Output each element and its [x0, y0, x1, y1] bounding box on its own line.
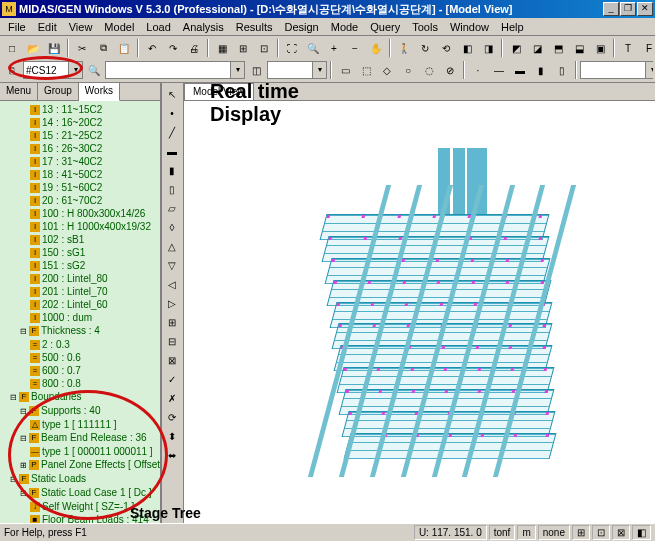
open-icon[interactable]: 📂	[23, 38, 43, 58]
status-snap-mode[interactable]: none	[538, 525, 570, 540]
line-tool-icon[interactable]: ╱	[163, 123, 181, 141]
status-toggle[interactable]: ⊠	[612, 525, 630, 540]
menu-mode[interactable]: Mode	[325, 20, 365, 34]
zoom-fit-icon[interactable]: ⛶	[282, 38, 302, 58]
left-tab-works[interactable]: Works	[79, 83, 120, 101]
view-icon[interactable]: F	[639, 38, 653, 58]
menu-load[interactable]: Load	[140, 20, 176, 34]
tool-icon[interactable]: ⊞	[163, 313, 181, 331]
display-icon[interactable]: ⬒	[548, 38, 568, 58]
menu-design[interactable]: Design	[278, 20, 324, 34]
zoom-in-icon[interactable]: +	[324, 38, 344, 58]
tool-icon[interactable]: ⊠	[163, 351, 181, 369]
select-icon[interactable]: ⊘	[440, 60, 460, 80]
tree-item[interactable]: FSupports : 40	[2, 404, 158, 418]
tree-item[interactable]: I200 : Lintel_80	[2, 272, 158, 285]
tree-item[interactable]: I102 : sB1	[2, 233, 158, 246]
select-icon[interactable]: ◌	[419, 60, 439, 80]
menu-file[interactable]: File	[2, 20, 32, 34]
paste-icon[interactable]: 📋	[114, 38, 134, 58]
tree-item[interactable]: I14 : 16~20C2	[2, 116, 158, 129]
tool-icon[interactable]: ◧	[457, 38, 477, 58]
tree-item[interactable]: I13 : 11~15C2	[2, 103, 158, 116]
rotate-icon[interactable]: ↻	[415, 38, 435, 58]
tree-item[interactable]: △type 1 [ 111111 ]	[2, 418, 158, 431]
tree-item[interactable]: I150 : sG1	[2, 246, 158, 259]
status-toggle[interactable]: ⊡	[592, 525, 610, 540]
minimize-button[interactable]: _	[603, 2, 619, 16]
elem-icon[interactable]: ▯	[552, 60, 572, 80]
menu-edit[interactable]: Edit	[32, 20, 63, 34]
maximize-button[interactable]: ❐	[620, 2, 636, 16]
tool-icon[interactable]: ⊡	[254, 38, 274, 58]
zoom-out-icon[interactable]: −	[345, 38, 365, 58]
menu-analysis[interactable]: Analysis	[177, 20, 230, 34]
print-icon[interactable]: 🖨	[184, 38, 204, 58]
tree-item[interactable]: I15 : 21~25C2	[2, 129, 158, 142]
tree-item[interactable]: I202 : Lintel_60	[2, 298, 158, 311]
tree-item[interactable]: FThickness : 4	[2, 324, 158, 338]
tree-item[interactable]: I1000 : dum	[2, 311, 158, 324]
elem-icon[interactable]: ▮	[531, 60, 551, 80]
chevron-down-icon[interactable]: ▾	[230, 62, 244, 78]
display-icon[interactable]: ◩	[506, 38, 526, 58]
beam-tool-icon[interactable]: ▬	[163, 142, 181, 160]
menu-help[interactable]: Help	[495, 20, 530, 34]
tree-item[interactable]: —type 1 [ 000011 000011 ]	[2, 445, 158, 458]
menu-view[interactable]: View	[63, 20, 99, 34]
save-icon[interactable]: 💾	[44, 38, 64, 58]
display-icon[interactable]: ◪	[527, 38, 547, 58]
menu-model[interactable]: Model	[98, 20, 140, 34]
status-unit-force[interactable]: tonf	[489, 525, 516, 540]
walk-icon[interactable]: 🚶	[394, 38, 414, 58]
tree-item[interactable]: FBeam End Release : 36	[2, 431, 158, 445]
tree-item[interactable]: I19 : 51~60C2	[2, 181, 158, 194]
plate-tool-icon[interactable]: ▱	[163, 199, 181, 217]
tree-item[interactable]: FStatic Load Case 1 [ Dc ]	[2, 486, 158, 500]
status-unit-length[interactable]: m	[517, 525, 535, 540]
menu-window[interactable]: Window	[444, 20, 495, 34]
filter-combo[interactable]: ▾	[105, 61, 245, 79]
chevron-down-icon[interactable]: ▾	[312, 62, 326, 78]
tree-item[interactable]: I17 : 31~40C2	[2, 155, 158, 168]
project-tree[interactable]: I13 : 11~15C2I14 : 16~20C2I15 : 21~25C2I…	[0, 101, 160, 526]
tool-icon[interactable]: ⬍	[163, 427, 181, 445]
combo-4[interactable]: ▾	[580, 61, 653, 79]
arrow-icon[interactable]: ↖	[163, 85, 181, 103]
select-icon[interactable]: ▭	[335, 60, 355, 80]
select-icon[interactable]: ◇	[377, 60, 397, 80]
tool-icon[interactable]: ✓	[163, 370, 181, 388]
tab-icon[interactable]: ⎘	[2, 60, 22, 80]
chevron-down-icon[interactable]: ▾	[68, 62, 82, 78]
tool-icon[interactable]: ⟲	[436, 38, 456, 58]
tree-item[interactable]: =2 : 0.3	[2, 338, 158, 351]
node-icon[interactable]: ·	[468, 60, 488, 80]
tree-item[interactable]: FStatic Loads	[2, 472, 158, 486]
redo-icon[interactable]: ↷	[163, 38, 183, 58]
display-icon[interactable]: ▣	[590, 38, 610, 58]
tree-item[interactable]: PPanel Zone Effects [ Offset Factor=1 ]	[2, 458, 158, 472]
tool-icon[interactable]: ◫	[246, 60, 266, 80]
tool-icon[interactable]: ▽	[163, 256, 181, 274]
zoom-window-icon[interactable]: 🔍	[303, 38, 323, 58]
tree-item[interactable]: I20 : 61~70C2	[2, 194, 158, 207]
pan-icon[interactable]: ✋	[366, 38, 386, 58]
tree-item[interactable]: I16 : 26~30C2	[2, 142, 158, 155]
undo-icon[interactable]: ↶	[142, 38, 162, 58]
tree-item[interactable]: I151 : sG2	[2, 259, 158, 272]
tree-item[interactable]: =600 : 0.7	[2, 364, 158, 377]
elem-icon[interactable]: —	[489, 60, 509, 80]
tool-icon[interactable]: △	[163, 237, 181, 255]
node-tool-icon[interactable]: •	[163, 104, 181, 122]
copy-icon[interactable]: ⧉	[93, 38, 113, 58]
tool-icon[interactable]: ▷	[163, 294, 181, 312]
tool-icon[interactable]: ⊞	[233, 38, 253, 58]
tool-icon[interactable]: ⊟	[163, 332, 181, 350]
tree-item[interactable]: ↓Self Weight [ SZ=-1 ]	[2, 500, 158, 513]
menu-results[interactable]: Results	[230, 20, 279, 34]
model-viewport[interactable]	[184, 101, 655, 526]
select-icon[interactable]: ⬚	[356, 60, 376, 80]
status-toggle[interactable]: ⊞	[572, 525, 590, 540]
tool-icon[interactable]: ✗	[163, 389, 181, 407]
tool-icon[interactable]: ◨	[478, 38, 498, 58]
